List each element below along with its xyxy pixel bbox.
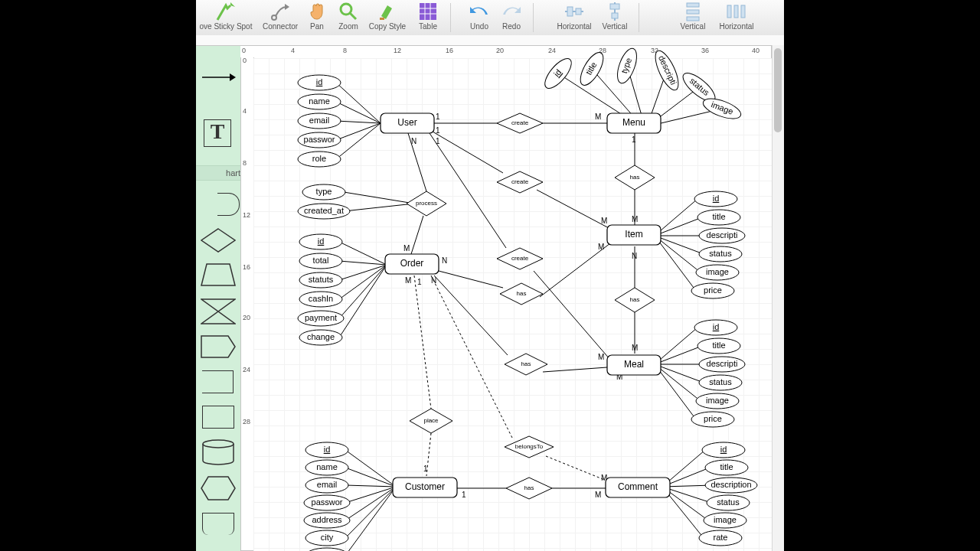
attr-meal-title[interactable]: title <box>697 338 740 354</box>
distribute-vertical-button[interactable]: Vertical <box>675 0 710 34</box>
svg-text:descripti: descripti <box>707 230 738 240</box>
vertical-scrollbar[interactable] <box>772 45 784 551</box>
attr-customer-address[interactable]: address <box>304 513 350 528</box>
shape-half-circle[interactable] <box>217 193 240 216</box>
rel-item-has-meal[interactable]: has <box>615 288 655 312</box>
attr-comment-description[interactable]: description <box>705 478 757 493</box>
align-vertical-button[interactable]: Vertical <box>597 0 632 34</box>
rel-order-has-item[interactable]: has <box>500 283 543 305</box>
ruler-tick: 20 <box>496 47 504 54</box>
shape-open-rect[interactable] <box>202 370 234 393</box>
canvas[interactable]: 1 M N 1 1 M M M 1 M N M M M N M 1 N 1 1 … <box>253 58 772 551</box>
zoom-button[interactable]: Zoom <box>332 0 364 34</box>
svg-text:image: image <box>714 515 737 524</box>
attr-user-name[interactable]: name <box>298 94 341 109</box>
attr-customer-email[interactable]: email <box>305 478 348 493</box>
rel-user-process-order[interactable]: process <box>407 191 446 216</box>
attr-user-id[interactable]: id <box>298 75 341 90</box>
attr-item-title[interactable]: title <box>697 210 740 225</box>
shape-diamond[interactable] <box>201 228 236 253</box>
rel-order-has-meal[interactable]: has <box>505 354 547 375</box>
attr-order-cashin[interactable]: cashIn <box>299 292 342 307</box>
attr-order-change[interactable]: change <box>299 330 342 345</box>
redo-button[interactable]: Redo <box>496 0 527 34</box>
svg-text:has: has <box>517 290 527 297</box>
align-horizontal-button[interactable]: Horizontal <box>553 0 596 34</box>
attr-user-password[interactable]: passwor <box>298 132 341 148</box>
shape-hourglass[interactable] <box>201 298 236 324</box>
attr-comment-image[interactable]: image <box>704 513 746 528</box>
attr-order-total[interactable]: total <box>299 253 342 269</box>
connector-button[interactable]: Connector <box>259 0 302 34</box>
rel-menu-has-item[interactable]: has <box>615 165 655 190</box>
attr-comment-id[interactable]: id <box>702 442 745 458</box>
attr-customer-city[interactable]: city <box>305 530 348 546</box>
entity-meal[interactable]: Meal <box>607 355 661 375</box>
palette-category-label[interactable]: hart <box>196 165 243 181</box>
rel-user-create-menu[interactable]: create <box>497 113 543 133</box>
attr-order-payment[interactable]: payment <box>298 311 344 326</box>
svg-rect-11 <box>576 8 581 15</box>
attr-comment-status[interactable]: status <box>707 495 750 510</box>
text-shape[interactable]: T <box>204 119 231 147</box>
attr-order-statuts[interactable]: statuts <box>299 272 342 288</box>
attr-customer-id[interactable]: id <box>305 442 348 458</box>
svg-text:create: create <box>511 178 529 185</box>
rel-order-place-customer[interactable]: place <box>410 409 452 433</box>
shape-rect[interactable] <box>202 406 234 429</box>
svg-text:cashIn: cashIn <box>309 294 333 303</box>
move-sticky-spot-button[interactable]: ove Sticky Spot <box>196 0 256 34</box>
entity-order[interactable]: Order <box>385 254 439 274</box>
attr-order-id[interactable]: id <box>299 234 342 249</box>
entity-menu[interactable]: Menu <box>607 113 661 133</box>
attr-menu-id[interactable]: id <box>541 54 576 93</box>
distribute-horizontal-button[interactable]: Horizontal <box>715 0 758 34</box>
shape-flag[interactable] <box>201 335 236 358</box>
entity-customer[interactable]: Customer <box>393 478 457 497</box>
rel-customer-has-comment[interactable]: has <box>506 478 552 499</box>
svg-text:Menu: Menu <box>622 117 645 128</box>
entity-item[interactable]: Item <box>607 225 661 245</box>
attr-item-price[interactable]: price <box>691 283 734 298</box>
attr-customer-phone[interactable]: phone <box>305 548 348 551</box>
arrow-shape[interactable] <box>202 72 236 83</box>
entity-comment[interactable]: Comment <box>606 478 670 497</box>
attr-user-email[interactable]: email <box>298 113 341 129</box>
attr-comment-title[interactable]: title <box>705 460 748 475</box>
attr-process-type[interactable]: type <box>302 184 345 200</box>
attr-meal-description[interactable]: descripti <box>699 357 745 372</box>
rel-user-create-meal[interactable]: create <box>497 248 543 269</box>
attr-customer-password[interactable]: passwor <box>304 495 350 510</box>
attr-meal-image[interactable]: image <box>696 393 739 409</box>
shape-cylinder[interactable] <box>202 439 234 465</box>
svg-line-32 <box>336 123 381 159</box>
attr-item-description[interactable]: descripti <box>699 228 745 243</box>
svg-line-65 <box>345 487 396 551</box>
pan-button[interactable]: Pan <box>303 0 331 34</box>
rel-user-create-item[interactable]: create <box>497 171 543 193</box>
shape-card[interactable] <box>202 513 234 535</box>
attr-process-created-at[interactable]: created_at <box>298 204 350 219</box>
attr-meal-status[interactable]: status <box>699 375 742 390</box>
shape-trapezoid[interactable] <box>201 263 236 286</box>
attr-item-image[interactable]: image <box>696 265 739 280</box>
table-button[interactable]: Table <box>412 0 444 34</box>
attr-customer-name[interactable]: name <box>305 460 348 475</box>
entity-user[interactable]: User <box>381 113 434 133</box>
attr-meal-id[interactable]: id <box>694 320 737 335</box>
svg-rect-17 <box>687 17 699 21</box>
scrollbar-thumb[interactable] <box>774 48 782 132</box>
attr-meal-price[interactable]: price <box>691 412 734 427</box>
attr-item-id[interactable]: id <box>694 191 737 207</box>
attr-menu-image[interactable]: image <box>701 95 743 123</box>
rel-order-belongsto-comment[interactable]: belongsTo <box>505 436 554 458</box>
svg-line-40 <box>655 217 702 236</box>
copy-style-button[interactable]: Copy Style <box>366 0 409 34</box>
shape-hexagon[interactable] <box>201 476 236 500</box>
attr-user-role[interactable]: role <box>298 152 341 167</box>
cardinality: M <box>403 244 410 253</box>
undo-button[interactable]: Undo <box>464 0 495 34</box>
svg-line-54 <box>339 265 387 299</box>
attr-comment-rate[interactable]: rate <box>699 530 742 546</box>
attr-item-status[interactable]: status <box>699 246 742 262</box>
